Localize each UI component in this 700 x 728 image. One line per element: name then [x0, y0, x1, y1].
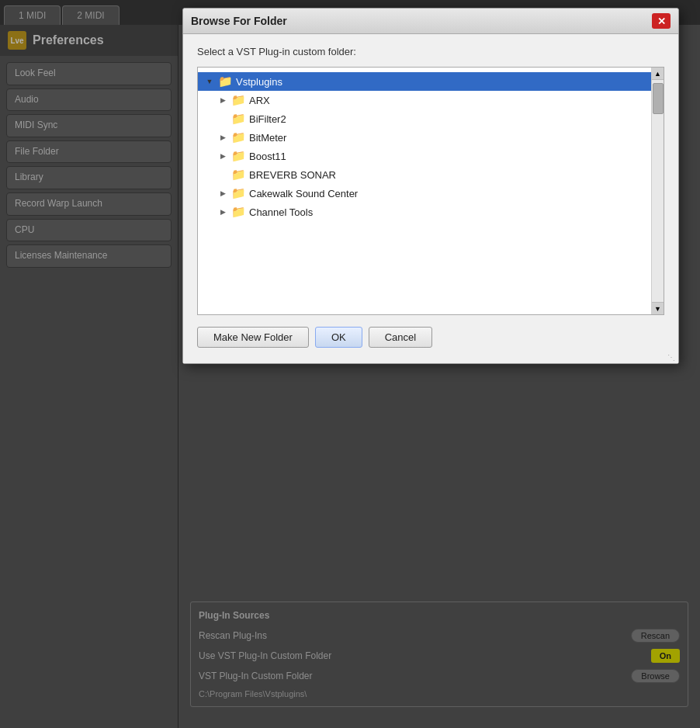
dialog-footer: Make New Folder OK Cancel: [197, 327, 664, 352]
expand-bitmeter[interactable]: ▶: [217, 132, 228, 143]
folder-icon-arx: 📁: [231, 93, 246, 107]
tree-content: ▼ 📁 Vstplugins ▶ 📁 ARX ▶ 📁 BiFilter2: [198, 68, 651, 226]
expand-vstplugins[interactable]: ▼: [204, 76, 215, 87]
folder-icon-channeltools: 📁: [231, 205, 246, 219]
expand-arx[interactable]: ▶: [217, 95, 228, 106]
tree-item-vstplugins[interactable]: ▼ 📁 Vstplugins: [198, 72, 651, 91]
dialog-body: Select a VST Plug-in custom folder: ▼ 📁 …: [183, 34, 678, 363]
tree-item-bitmeter[interactable]: ▶ 📁 BitMeter: [198, 128, 651, 147]
tree-label-channeltools: Channel Tools: [249, 206, 313, 218]
tree-label-bitmeter: BitMeter: [249, 132, 286, 144]
tree-item-channeltools[interactable]: ▶ 📁 Channel Tools: [198, 203, 651, 221]
tree-item-boost11[interactable]: ▶ 📁 Boost11: [198, 147, 651, 165]
dialog-title-bar: Browse For Folder ✕: [183, 9, 678, 34]
tree-label-boost11: Boost11: [249, 151, 286, 162]
expand-boost11[interactable]: ▶: [217, 151, 228, 161]
close-dialog-button[interactable]: ✕: [652, 13, 671, 29]
folder-tree-container[interactable]: ▼ 📁 Vstplugins ▶ 📁 ARX ▶ 📁 BiFilter2: [197, 67, 664, 315]
expand-channeltools[interactable]: ▶: [217, 206, 228, 217]
tree-item-arx[interactable]: ▶ 📁 ARX: [198, 91, 651, 109]
scroll-thumb[interactable]: [653, 83, 664, 114]
tree-label-vstplugins: Vstplugins: [236, 76, 282, 88]
tree-item-cakewalk[interactable]: ▶ 📁 Cakewalk Sound Center: [198, 184, 651, 203]
tree-label-breverb: BREVERB SONAR: [249, 169, 336, 181]
tree-item-breverb[interactable]: ▶ 📁 BREVERB SONAR: [198, 165, 651, 184]
tree-item-bifilter2[interactable]: ▶ 📁 BiFilter2: [198, 109, 651, 128]
scroll-middle: [652, 80, 664, 302]
tree-scrollbar[interactable]: ▲ ▼: [651, 68, 664, 314]
resize-handle: ⋱: [667, 353, 675, 362]
browse-for-folder-dialog: Browse For Folder ✕ Select a VST Plug-in…: [182, 8, 679, 364]
folder-icon-cakewalk: 📁: [231, 186, 246, 200]
scroll-up-button[interactable]: ▲: [652, 68, 664, 80]
make-new-folder-button[interactable]: Make New Folder: [197, 327, 309, 348]
folder-icon-bitmeter: 📁: [231, 130, 246, 144]
cancel-button[interactable]: Cancel: [369, 327, 432, 348]
tree-label-cakewalk: Cakewalk Sound Center: [249, 188, 358, 199]
dialog-title: Browse For Folder: [191, 15, 287, 27]
scroll-down-button[interactable]: ▼: [652, 302, 664, 314]
folder-icon-boost11: 📁: [231, 149, 246, 163]
folder-icon-vstplugins: 📁: [218, 75, 233, 88]
ok-button[interactable]: OK: [315, 327, 362, 348]
folder-icon-breverb: 📁: [231, 168, 246, 182]
expand-cakewalk[interactable]: ▶: [217, 188, 228, 199]
tree-label-arx: ARX: [249, 95, 270, 106]
folder-icon-bifilter2: 📁: [231, 112, 246, 126]
dialog-instruction: Select a VST Plug-in custom folder:: [197, 46, 664, 57]
tree-label-bifilter2: BiFilter2: [249, 113, 286, 125]
